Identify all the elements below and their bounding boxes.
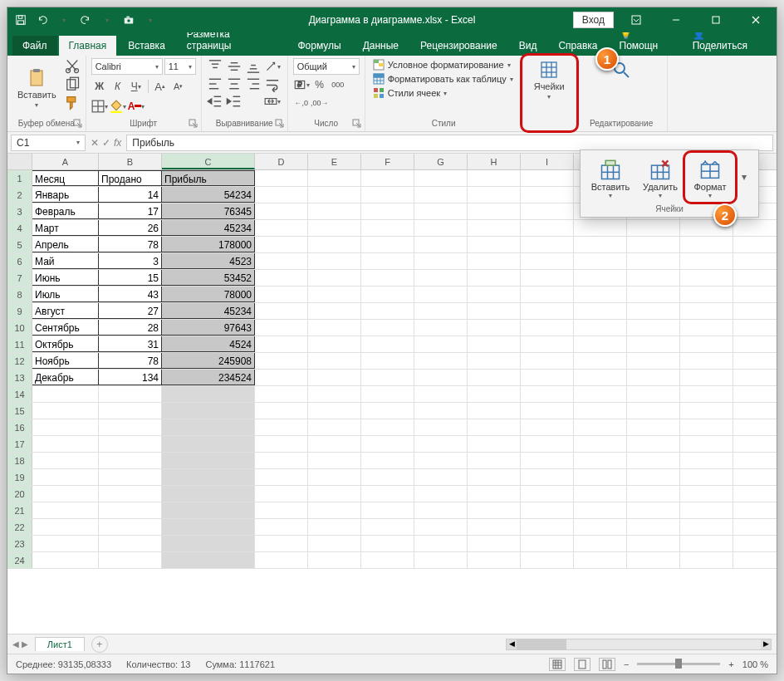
decrease-font-icon[interactable]: A▾ (170, 78, 187, 95)
row-header[interactable]: 18 (7, 453, 32, 468)
cell[interactable] (308, 469, 361, 485)
cell[interactable] (521, 253, 574, 269)
cell[interactable]: Продано (99, 170, 162, 186)
percent-icon[interactable]: % (311, 76, 328, 93)
cell[interactable] (32, 552, 99, 568)
zoom-in-button[interactable]: + (728, 659, 733, 669)
cell[interactable] (308, 453, 361, 468)
cell[interactable] (521, 187, 574, 203)
cell[interactable] (680, 453, 733, 468)
cell[interactable] (361, 187, 414, 203)
row-header[interactable]: 10 (7, 320, 32, 336)
cell[interactable] (308, 170, 361, 186)
col-header[interactable]: D (255, 154, 308, 169)
cell[interactable] (255, 403, 308, 419)
borders-button[interactable]: ▾ (91, 98, 108, 115)
cell[interactable] (361, 270, 414, 286)
cell[interactable] (574, 486, 627, 502)
cell[interactable] (521, 336, 574, 352)
sheet-tab[interactable]: Лист1 (35, 637, 85, 651)
row-header[interactable]: 23 (7, 536, 32, 551)
cell[interactable] (361, 336, 414, 352)
cell[interactable] (627, 237, 680, 252)
cell[interactable] (361, 519, 414, 535)
cell[interactable] (308, 336, 361, 352)
row-header[interactable]: 1 (7, 170, 32, 186)
cell[interactable] (627, 320, 680, 336)
cell[interactable] (680, 386, 733, 402)
cell[interactable]: 28 (99, 320, 162, 336)
font-size-select[interactable]: 11 ▾ (164, 58, 196, 75)
cell[interactable]: 4523 (162, 253, 255, 269)
row-header[interactable]: 7 (7, 270, 32, 286)
align-left-icon[interactable] (207, 76, 223, 92)
cell[interactable] (680, 519, 733, 535)
cell[interactable] (680, 336, 733, 352)
cell[interactable] (414, 220, 468, 236)
cell[interactable] (308, 253, 361, 269)
tab-data[interactable]: Данные (353, 36, 409, 56)
cell[interactable] (99, 552, 162, 568)
cell[interactable] (521, 502, 574, 518)
cell[interactable] (32, 536, 99, 551)
cell[interactable] (414, 187, 468, 203)
cell[interactable] (308, 287, 361, 302)
cell[interactable]: Август (32, 303, 99, 319)
cell[interactable] (574, 536, 627, 551)
cell[interactable] (361, 253, 414, 269)
view-normal-icon[interactable] (549, 658, 566, 671)
row-header[interactable]: 14 (7, 386, 32, 402)
qat-customize-icon[interactable]: ▾ (140, 10, 160, 30)
cell[interactable] (99, 486, 162, 502)
wrap-text-icon[interactable] (264, 76, 281, 92)
cell[interactable] (255, 353, 308, 369)
add-sheet-button[interactable]: + (91, 636, 108, 653)
cell[interactable] (521, 170, 574, 186)
name-box[interactable]: C1▾ (11, 135, 86, 151)
cell[interactable] (255, 303, 308, 319)
cell[interactable] (32, 386, 99, 402)
cell[interactable]: 31 (99, 336, 162, 352)
cell[interactable] (32, 486, 99, 502)
cell[interactable] (162, 486, 255, 502)
cell[interactable] (308, 519, 361, 535)
font-name-select[interactable]: Calibri ▾ (91, 58, 163, 75)
cell[interactable] (521, 370, 574, 385)
orientation-icon[interactable]: ▾ (264, 58, 281, 75)
cell[interactable] (162, 519, 255, 535)
cell[interactable] (162, 502, 255, 518)
cell[interactable] (255, 203, 308, 219)
align-bottom-icon[interactable] (245, 58, 262, 75)
cell[interactable] (627, 536, 680, 551)
cell[interactable] (32, 469, 99, 485)
cell[interactable] (32, 519, 99, 535)
row-header[interactable]: 13 (7, 370, 32, 385)
cell[interactable] (521, 403, 574, 419)
cell[interactable]: 26 (99, 220, 162, 236)
cell[interactable] (627, 253, 680, 269)
save-icon[interactable] (11, 10, 31, 30)
cell[interactable] (468, 436, 521, 452)
cell[interactable]: 78 (99, 237, 162, 252)
cell[interactable] (468, 353, 521, 369)
cell[interactable] (255, 187, 308, 203)
cell[interactable] (308, 436, 361, 452)
find-select-button[interactable] (581, 58, 662, 81)
cell[interactable] (521, 237, 574, 252)
cell[interactable] (414, 303, 468, 319)
cell[interactable] (361, 287, 414, 302)
zoom-level[interactable]: 100 % (742, 659, 768, 669)
cell[interactable]: 45234 (162, 303, 255, 319)
cell[interactable] (414, 170, 468, 186)
increase-decimal-icon[interactable]: ←,0 (293, 95, 310, 111)
close-icon[interactable] (738, 7, 773, 32)
zoom-out-button[interactable]: − (624, 659, 629, 669)
col-header[interactable]: E (308, 154, 361, 169)
cell[interactable] (627, 370, 680, 385)
cell[interactable] (468, 237, 521, 252)
cell[interactable] (680, 502, 733, 518)
cell[interactable] (308, 419, 361, 435)
cell[interactable] (255, 552, 308, 568)
cell[interactable] (627, 486, 680, 502)
cell[interactable] (680, 469, 733, 485)
